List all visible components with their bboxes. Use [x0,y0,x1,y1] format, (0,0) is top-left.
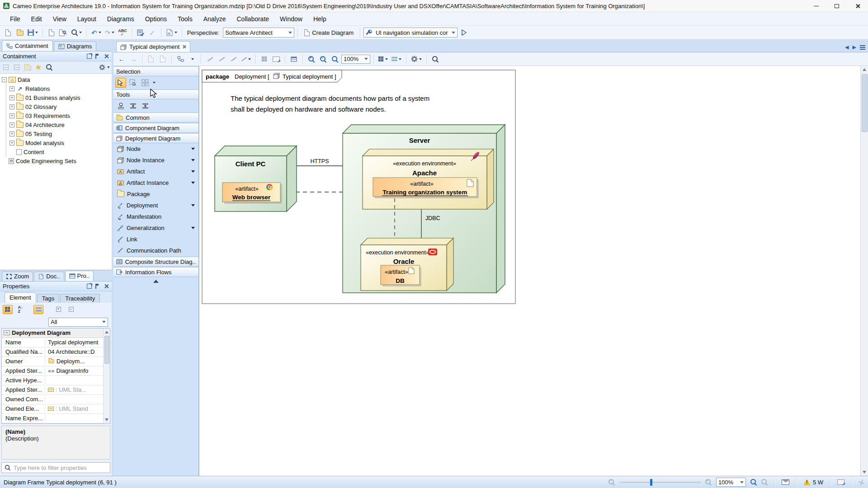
tree-item-code-engineering-sets[interactable]: Code Engineering Sets [2,156,112,165]
tab-zoom[interactable]: Zoom [2,272,33,281]
paste-button[interactable] [157,54,168,65]
palette-item-node-instance[interactable]: Node Instance [113,155,198,166]
tree-item-content[interactable]: Content [9,147,112,156]
commit-button[interactable]: ✓ [147,27,158,38]
line-style-rectilinear-button[interactable] [204,54,215,65]
menu-tools[interactable]: Tools [172,12,198,25]
diagram-search-button[interactable] [430,54,441,65]
save-button[interactable] [26,27,39,38]
tab-tags[interactable]: Tags [37,294,59,303]
properties-scope-select[interactable]: All [48,318,108,327]
tab-list-icon[interactable] [860,45,865,50]
menu-file[interactable]: File [5,12,26,25]
property-row-active-hyperlink[interactable]: Active Hype... [2,376,103,385]
undo-button[interactable]: ↶ [90,27,103,38]
categorized-view-button[interactable] [3,305,13,314]
diagram-structure-button[interactable] [175,54,186,65]
tab-traceability[interactable]: Traceability [60,294,100,303]
print-button[interactable] [46,27,57,38]
expander-icon[interactable] [9,95,14,100]
marquee-select-button[interactable] [127,78,138,88]
property-row-applied-stereotype[interactable]: Applied Ster... «»DiagramInfo [2,366,103,376]
palette-selection-header[interactable]: Selection [113,66,198,76]
tree-item-architecture[interactable]: 04 Architecture [9,120,112,129]
line-style-oblique-button[interactable] [216,54,227,65]
create-diagram-button[interactable]: Create Diagram [301,27,357,38]
zoom-slider[interactable] [619,482,701,483]
zoom-out-button[interactable]: − [318,54,329,65]
web-browser-artifact[interactable]: «artifact» Web browser [222,183,282,204]
palette-section-deployment-diagram[interactable]: Deployment Diagram [113,133,198,143]
palette-scroll-up[interactable] [113,277,198,285]
property-section-header[interactable]: − Deployment Diagram [2,328,103,338]
palette-item-manifestation[interactable]: M Manifestation [113,211,198,222]
menu-window[interactable]: Window [274,12,308,25]
tab-properties[interactable]: Pro.. [65,271,94,281]
palette-item-deployment[interactable]: D Deployment [113,200,198,211]
show-diagram-info-button[interactable] [377,54,389,65]
scroll-up-icon[interactable] [863,68,866,71]
expander-icon[interactable] [9,104,14,109]
palette-tools-header[interactable]: Tools [113,89,198,99]
run-simulation-button[interactable] [458,27,469,38]
publish-icon[interactable] [837,479,844,485]
maximize-button[interactable] [826,0,847,12]
tree-item-glossary[interactable]: 02 Glossary [9,102,112,111]
property-row-applied-stereotype-2[interactable]: Applied Ster... : UML Sta... [2,385,103,395]
zoom-slider-thumb[interactable] [650,479,652,486]
palette-item-artifact[interactable]: Artifact [113,166,198,177]
scroll-down-icon[interactable] [863,471,866,474]
sticky-tool-button[interactable] [115,101,126,111]
collapse-selected-button[interactable] [13,63,21,71]
menu-help[interactable]: Help [308,12,332,25]
swimlane-horizontal-button[interactable] [127,101,138,111]
zoom-selection-icon[interactable] [761,479,768,485]
jdbc-label[interactable]: JDBC [425,215,440,221]
expander-icon[interactable] [9,113,14,118]
training-organization-system-artifact[interactable]: «artifact» Training organization system [373,178,479,198]
palette-item-node[interactable]: Node [113,143,198,155]
copy-button[interactable] [146,54,156,65]
find-button[interactable] [70,27,83,38]
expand-all-button[interactable]: + [53,305,63,314]
expander-icon[interactable] [9,131,14,136]
palette-section-common[interactable]: Common [113,113,198,122]
property-row-name[interactable]: Name Typical deployment [2,338,103,347]
menu-analyze[interactable]: Analyze [198,12,231,25]
expander-icon[interactable] [9,122,14,127]
swimlane-vertical-button[interactable] [140,101,151,111]
menu-layout[interactable]: Layout [72,12,102,25]
containment-options-button[interactable] [99,64,110,70]
close-icon[interactable] [104,54,109,59]
open-in-window-icon[interactable] [87,54,92,59]
tab-containment[interactable]: Containment [2,40,53,51]
palette-item-communication-path[interactable]: Communication Path [113,245,198,256]
new-project-button[interactable] [3,27,14,38]
chevron-down-icon[interactable] [191,148,195,150]
tree-item-testing[interactable]: 05 Testing [9,129,112,138]
print-preview-button[interactable] [58,27,69,38]
line-style-bezier-button[interactable] [228,54,239,65]
property-row-owned-comment[interactable]: Owned Com... [2,395,103,404]
perspective-select[interactable]: Software Architect [223,28,294,38]
close-button[interactable] [847,0,868,12]
open-in-window-icon[interactable] [87,284,92,289]
palette-item-generalization[interactable]: Generalization [113,222,198,234]
dependency-matrix-button[interactable] [288,54,299,65]
spell-check-button[interactable]: ABC✓ [117,27,128,38]
collapse-section-icon[interactable]: − [4,330,10,335]
select-tool-button[interactable] [115,78,126,88]
open-project-button[interactable] [14,27,25,38]
simulation-config-select[interactable]: UI navigation simulation cor [363,28,458,38]
favorites-button[interactable]: ★ [34,63,42,71]
minimize-button[interactable] [806,0,826,12]
expander-icon[interactable] [2,77,7,82]
generate-report-button[interactable] [165,27,179,38]
scroll-tabs-right-icon[interactable]: ▶ [853,44,856,50]
db-artifact[interactable]: «artifact» DB [381,265,421,286]
back-button[interactable]: ← [116,54,127,65]
pin-icon[interactable] [95,54,100,59]
menu-view[interactable]: View [47,12,72,25]
compact-view-button[interactable] [33,305,43,314]
property-grid-scrollbar[interactable] [103,328,110,423]
